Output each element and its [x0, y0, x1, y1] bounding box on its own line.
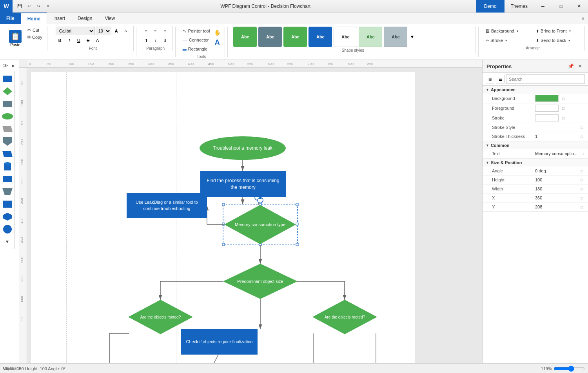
tab-view[interactable]: View: [98, 13, 121, 24]
shape-styles-more-btn[interactable]: ▼: [409, 34, 415, 40]
shape-item-hexagon[interactable]: [2, 211, 13, 223]
shape-item-rect2[interactable]: [2, 173, 13, 185]
font-size-down-btn[interactable]: A: [122, 27, 130, 35]
node-predom-size[interactable]: Predominant object size: [223, 264, 298, 299]
strikethrough-btn[interactable]: S: [84, 36, 93, 45]
properties-close-btn[interactable]: ✕: [576, 62, 584, 70]
rectangle-tool-btn[interactable]: ▬ Rectangle: [181, 45, 212, 53]
underline-btn[interactable]: U: [74, 36, 83, 45]
prop-stroke-color[interactable]: [535, 114, 559, 121]
common-collapse-icon: ▼: [486, 143, 489, 147]
properties-list-view-btn[interactable]: ☰: [496, 75, 505, 83]
send-to-back-btn[interactable]: ⬇ Send to Back ▾: [534, 36, 581, 45]
sidebar-mode-btn[interactable]: ▶: [9, 62, 17, 69]
node-troubleshoot[interactable]: Troubleshoot a memory leak: [200, 136, 286, 160]
save-quick-btn[interactable]: 💾: [16, 2, 24, 10]
node-check-finalize[interactable]: Check if objects require finalization: [181, 329, 258, 355]
quick-dropdown-btn[interactable]: ▾: [44, 2, 52, 10]
shape-style-4[interactable]: Abc: [309, 27, 332, 47]
prop-angle-edit[interactable]: □: [579, 168, 585, 174]
shape-item-gray-rect[interactable]: [2, 98, 13, 110]
pointer-tool-btn[interactable]: ↖ Pointer tool: [181, 27, 212, 35]
copy-button[interactable]: ⧉ Copy: [26, 34, 44, 40]
node-leakdiag[interactable]: Use LeakDiag or a similar tool to contin…: [127, 193, 207, 218]
undo-btn[interactable]: ↩: [25, 2, 33, 10]
node-find-process[interactable]: Find the process that is consuming the m…: [200, 171, 286, 197]
shape-style-1[interactable]: Abc: [233, 27, 257, 47]
shape-item-parallelogram[interactable]: [2, 123, 13, 135]
canvas-wrapper[interactable]: Troubleshoot a memory leak Find the proc…: [27, 68, 482, 363]
shape-item-flag[interactable]: [2, 136, 13, 147]
minimize-btn[interactable]: ─: [534, 0, 552, 13]
font-size-up-btn[interactable]: A: [112, 27, 121, 35]
align-middle-btn[interactable]: ↕: [151, 36, 160, 45]
text-tool-btn[interactable]: A: [215, 38, 220, 47]
prop-width-edit[interactable]: □: [579, 186, 585, 192]
properties-pin-btn[interactable]: 📌: [567, 62, 575, 70]
align-left-btn[interactable]: ≡: [142, 27, 151, 35]
hand-tool-btn[interactable]: ✋: [213, 28, 221, 37]
prop-foreground-edit[interactable]: □: [560, 105, 566, 111]
align-bottom-btn[interactable]: ⬇: [161, 36, 169, 45]
prop-y-edit[interactable]: □: [579, 204, 585, 210]
appearance-section-header[interactable]: ▼ Appearance: [483, 86, 588, 94]
prop-text-edit[interactable]: □: [579, 150, 585, 157]
redo-btn[interactable]: ↪: [34, 2, 42, 10]
shape-panel-more-btn[interactable]: ▼: [2, 236, 13, 248]
prop-stroke-style-edit[interactable]: □: [579, 124, 585, 130]
shape-style-6[interactable]: Abc: [359, 27, 382, 47]
shape-item-diamond[interactable]: [2, 85, 13, 97]
size-position-header[interactable]: ▼ Size & Position: [483, 159, 588, 167]
maximize-btn[interactable]: □: [552, 0, 570, 13]
stroke-btn[interactable]: ✏ Stroke ▾: [484, 36, 531, 45]
prop-stroke-thickness-edit[interactable]: □: [579, 133, 585, 139]
properties-grid-view-btn[interactable]: ⊞: [486, 75, 494, 83]
align-top-btn[interactable]: ⬆: [142, 36, 151, 45]
shape-item-blue-para[interactable]: [2, 148, 13, 160]
properties-search-input[interactable]: [506, 74, 585, 84]
shape-item-rect[interactable]: [2, 73, 13, 85]
ribbon-collapse-btn[interactable]: ∧: [581, 15, 585, 22]
bring-to-front-btn[interactable]: ⬆ Bring to Front ▾: [534, 27, 581, 35]
shape-item-cylinder[interactable]: [2, 161, 13, 172]
paste-button[interactable]: 📋 Paste: [6, 27, 24, 50]
node-mem-type[interactable]: Memory consumption type: [224, 205, 296, 244]
properties-panel: Properties 📌 ✕ ⊞ ☰ ▼ Appearance Backgrou…: [482, 60, 588, 363]
prop-background-edit[interactable]: □: [560, 95, 566, 101]
shape-style-7[interactable]: Abc: [384, 27, 407, 47]
font-size-select[interactable]: 10: [96, 27, 111, 35]
tab-design[interactable]: Design: [71, 13, 98, 24]
shape-item-circle[interactable]: [2, 223, 13, 235]
align-right-btn[interactable]: ≡: [161, 27, 169, 35]
tab-home[interactable]: Home: [21, 13, 47, 24]
prop-height-edit[interactable]: □: [579, 177, 585, 183]
tab-insert[interactable]: Insert: [47, 13, 71, 24]
prop-foreground-color[interactable]: [535, 105, 559, 112]
tab-file[interactable]: File: [0, 13, 21, 24]
themes-btn[interactable]: Themes: [505, 0, 534, 13]
italic-btn[interactable]: I: [65, 36, 74, 45]
shape-style-2[interactable]: Abc: [258, 27, 282, 47]
font-color-btn[interactable]: A: [93, 36, 102, 45]
connector-tool-btn[interactable]: — Connector: [181, 36, 212, 44]
zoom-slider[interactable]: [554, 366, 585, 372]
prop-background-color[interactable]: [535, 95, 559, 102]
demo-tab[interactable]: Demo: [476, 0, 505, 13]
shape-item-dark-rect[interactable]: [2, 198, 13, 210]
font-name-select[interactable]: Calibri: [56, 27, 95, 35]
node-rooted-right[interactable]: Are the objects rooted?: [312, 300, 377, 334]
background-btn[interactable]: 🖼 Background ▾: [484, 27, 531, 35]
prop-x-edit[interactable]: □: [579, 195, 585, 201]
shape-style-5[interactable]: Abc: [334, 27, 357, 47]
shape-style-3[interactable]: Abc: [283, 27, 307, 47]
align-center-btn[interactable]: ≡: [151, 27, 160, 35]
shape-item-trapezoid[interactable]: [2, 186, 13, 197]
shape-item-ellipse[interactable]: [2, 110, 13, 122]
close-btn[interactable]: ✕: [570, 0, 588, 13]
bold-btn[interactable]: B: [56, 36, 64, 45]
cut-button[interactable]: ✂ Cut: [26, 27, 44, 33]
diagram-canvas[interactable]: Troubleshoot a memory leak Find the proc…: [31, 72, 415, 363]
common-section-header[interactable]: ▼ Common: [483, 141, 588, 149]
sidebar-expand-btn[interactable]: ≫: [2, 62, 9, 69]
prop-stroke-edit[interactable]: □: [560, 115, 566, 121]
